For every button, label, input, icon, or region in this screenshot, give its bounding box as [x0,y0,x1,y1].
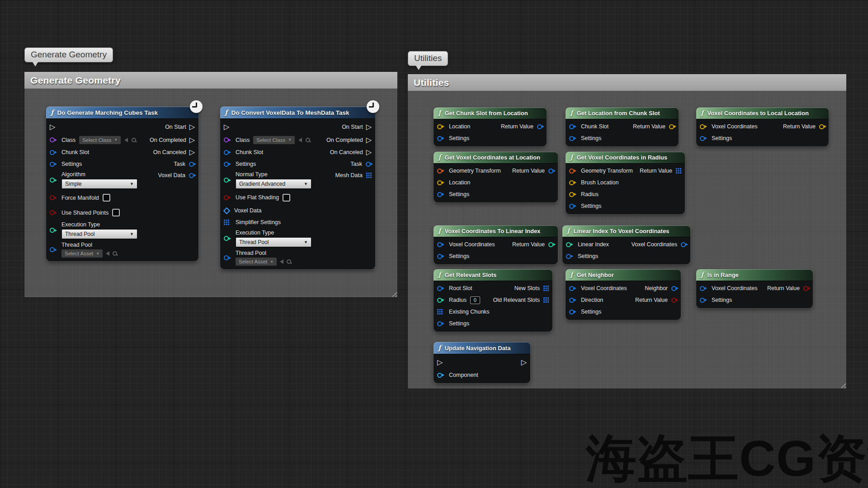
vector-pin[interactable] [569,180,574,185]
node-get-voxel-coordinates-at-location[interactable]: ƒ Get Voxel Coordinates at Location Geom… [434,152,558,202]
use-selected-icon[interactable] [124,138,128,142]
browse-icon[interactable] [306,138,310,142]
enum-pin[interactable] [50,228,55,233]
bool-pin[interactable] [50,210,55,215]
object-pin[interactable] [700,136,705,141]
comment-bubble-generate-geometry[interactable]: Generate Geometry [24,47,113,62]
select-class-dropdown[interactable]: Select Class [79,136,121,144]
exec-out-pin[interactable] [366,136,372,144]
object-pin[interactable] [671,286,676,291]
use-selected-icon[interactable] [298,138,302,142]
use-shared-points-checkbox[interactable] [112,209,120,216]
node-header[interactable]: ƒ Get Chunk Slot from Location [434,108,547,119]
transform-pin[interactable] [437,169,442,174]
use-flat-shading-checkbox[interactable] [283,194,290,202]
vector-pin[interactable] [669,124,674,129]
node-get-relevant-slots[interactable]: ƒ Get Relevant Slots Root Slot New Slots… [434,269,552,332]
object-pin[interactable] [437,321,442,326]
class-pin[interactable] [224,137,229,142]
struct-array-pin[interactable] [543,297,549,303]
exec-in-pin[interactable] [224,123,229,131]
struct-array-pin[interactable] [676,168,681,174]
struct-array-pin[interactable] [366,173,372,178]
enum-pin[interactable] [50,178,55,183]
select-asset-dropdown[interactable]: Select Asset [236,258,277,266]
vector-pin[interactable] [700,124,705,129]
execution-type-dropdown[interactable]: Thread Pool [61,229,137,239]
node-header[interactable]: ƒ Get Relevant Slots [434,269,552,281]
vector-pin[interactable] [569,192,574,197]
int-pin[interactable] [548,242,553,247]
browse-icon[interactable] [113,251,117,256]
object-pin[interactable] [700,298,705,303]
bool-pin[interactable] [803,286,808,291]
node-header[interactable]: ƒ Get Voxel Coordinates at Location [434,152,558,163]
object-pin[interactable] [50,247,55,252]
object-pin[interactable] [569,286,574,291]
object-pin[interactable] [366,162,371,167]
blueprint-graph-canvas[interactable]: Generate Geometry Utilities Generate Geo… [0,0,868,488]
object-pin[interactable] [224,255,229,260]
node-header[interactable]: ƒ Voxel Coordinates to Local Location [696,108,829,119]
enum-pin[interactable] [224,178,229,183]
int-pin[interactable] [566,242,571,247]
node-header[interactable]: ƒ Update Navigation Data [434,342,530,354]
bool-pin[interactable] [224,195,229,200]
select-asset-dropdown[interactable]: Select Asset [61,249,103,258]
node-header[interactable]: ƒ Linear Index To Voxel Coordinates [562,225,690,237]
node-get-voxel-coordinates-in-radius[interactable]: ƒ Get Voxel Coordinates in Radius Geomet… [566,152,685,214]
object-pin[interactable] [50,150,55,155]
vector-pin[interactable] [437,180,442,185]
object-pin[interactable] [569,136,574,141]
object-pin[interactable] [224,150,229,155]
exec-out-pin[interactable] [189,136,195,144]
node-header[interactable]: ƒ Get Voxel Coordinates in Radius [566,152,685,163]
struct-array-pin[interactable] [224,220,229,225]
algorithm-dropdown[interactable]: Simple [61,179,137,189]
node-update-navigation-data[interactable]: ƒ Update Navigation Data Component [434,342,530,383]
object-pin[interactable] [569,124,574,129]
object-pin[interactable] [437,242,442,247]
node-header[interactable]: ƒ Do Generate Marching Cubes Task [46,107,198,118]
node-linear-index-to-voxel-coordinates[interactable]: ƒ Linear Index To Voxel Coordinates Line… [562,225,690,264]
execution-type-dropdown[interactable]: Thread Pool [236,237,311,247]
force-manifold-checkbox[interactable] [103,194,110,202]
node-header[interactable]: ƒ Get Location from Chunk Slot [566,108,679,119]
exec-out-pin[interactable] [189,123,195,131]
node-header[interactable]: ƒ Get Neighbor [566,269,681,281]
vector-pin[interactable] [819,124,824,129]
bool-pin[interactable] [671,298,676,303]
node-header[interactable]: ƒ Is in Range [696,269,813,281]
component-pin[interactable] [437,373,442,378]
object-pin[interactable] [189,162,194,167]
object-pin[interactable] [50,162,55,167]
object-pin[interactable] [700,286,705,291]
exec-out-pin[interactable] [521,359,527,366]
object-pin[interactable] [569,298,574,303]
enum-pin[interactable] [224,236,229,241]
object-pin[interactable] [437,192,442,197]
comment-bubble-utilities[interactable]: Utilities [408,51,448,66]
normal-type-dropdown[interactable]: Gradient Advanced [236,179,311,189]
exec-out-pin[interactable] [366,149,372,156]
object-pin[interactable] [224,162,229,167]
int-pin[interactable] [437,298,442,303]
object-pin[interactable] [189,173,194,178]
object-pin[interactable] [569,204,574,209]
node-do-convert-voxeldata-to-meshdata-task[interactable]: ƒ Do Convert VoxelData To MeshData Task … [220,107,375,269]
object-pin[interactable] [569,310,574,314]
node-voxel-coordinates-to-local-location[interactable]: ƒ Voxel Coordinates to Local Location Vo… [696,108,829,146]
diamond-pin[interactable] [223,207,231,214]
transform-pin[interactable] [569,169,574,174]
exec-out-pin[interactable] [366,123,372,131]
struct-array-pin[interactable] [437,309,443,314]
exec-in-pin[interactable] [50,123,55,131]
node-header[interactable]: ƒ Voxel Coordinates To Linear Index [434,225,558,237]
object-pin[interactable] [566,254,571,259]
class-pin[interactable] [50,137,55,142]
object-pin[interactable] [681,242,686,247]
comment-header[interactable]: Generate Geometry [24,72,397,89]
node-get-neighbor[interactable]: ƒ Get Neighbor Voxel Coordinates Neighbo… [566,269,681,320]
object-pin[interactable] [437,254,442,259]
exec-out-pin[interactable] [189,149,195,156]
